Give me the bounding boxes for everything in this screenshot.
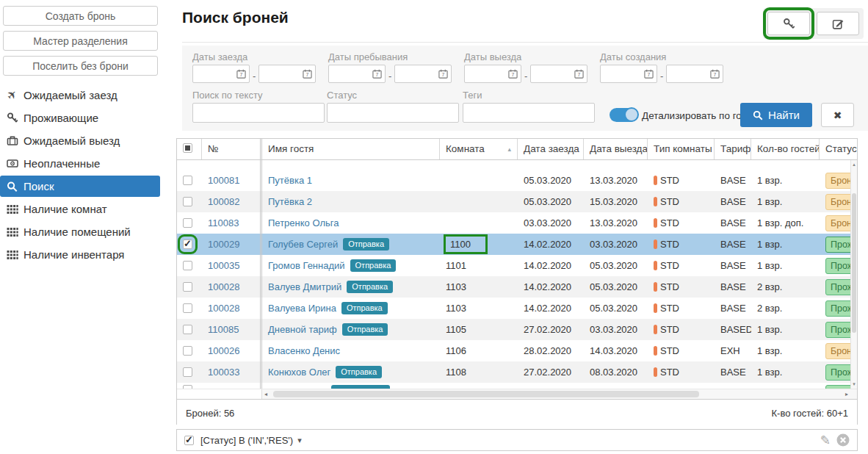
status-input[interactable] [327,103,459,123]
toolbar [763,8,864,39]
table-row-partial [177,383,857,389]
table-row[interactable]: 100026 Власенко Денис 1106 28.02.2020 14… [177,340,857,361]
sidebar-item-residents[interactable]: Проживающие [0,107,160,129]
arrival-cell: 14.02.2020 [518,298,584,319]
column-room[interactable]: Комната▴ [440,139,518,159]
date-to-input[interactable]: 7 [666,65,723,83]
key-button[interactable] [767,12,810,35]
date-from-input[interactable]: 7 [464,65,521,83]
table-row[interactable]: 100081 Путёвка 1 05.03.2020 13.03.2020 S… [177,170,857,191]
table-row[interactable]: 100035 Громов ГеннадийОтправка 1101 14.0… [177,255,857,276]
date-from-input[interactable]: 7 [600,65,657,83]
booking-number-link[interactable]: 100028 [208,303,239,314]
sidebar-item-premises-availability[interactable]: Наличие помещений [0,221,160,242]
sidebar-item-inventory-availability[interactable]: Наличие инвентаря [0,244,160,265]
booking-number-link[interactable]: 110083 [208,217,239,228]
booking-number-link[interactable]: 100035 [208,260,239,271]
scroll-up-icon[interactable]: ▴ [851,160,857,169]
filter-tags: Теги [463,90,595,123]
row-checkbox[interactable] [183,325,192,334]
guest-name-link[interactable]: Громов Геннадий [268,260,345,271]
select-all-header[interactable] [177,139,202,159]
select-all-checkbox[interactable] [183,143,192,153]
checkin-without-booking-button[interactable]: Поселить без брони [3,56,158,76]
column-arrival-date[interactable]: Дата заезда [518,139,584,159]
column-number[interactable]: № [202,139,262,159]
row-checkbox[interactable] [183,197,192,206]
guest-name-link[interactable]: Путёвка 2 [268,196,312,207]
scroll-left-icon[interactable]: ◂ [264,389,267,399]
guest-name-link[interactable]: Путёвка 1 [268,175,312,186]
find-button[interactable]: Найти [740,103,812,127]
horizontal-scrollbar-thumb[interactable] [273,391,699,397]
column-departure-date[interactable]: Дата выезда [584,139,648,159]
guest-name-link[interactable]: Петренко Ольга [268,217,339,228]
status-filter-label[interactable]: [Статус] В ('IN','RES') [200,435,293,446]
remove-filter-icon[interactable] [836,433,850,447]
column-guest-name[interactable]: Имя гостя [262,139,440,159]
row-checkbox[interactable] [183,346,192,356]
table-row-selected[interactable]: 100029 Голубев СергейОтправка 1100 14.02… [177,234,857,255]
column-room-type[interactable]: Тип комнаты [648,139,715,159]
scroll-right-icon[interactable]: ▸ [845,389,848,399]
guest-name-link[interactable]: Власенко Денис [268,345,340,356]
table-row[interactable]: 110083 Петренко Ольга 03.03.2020 13.03.2… [177,212,857,234]
booking-number-link[interactable]: 100082 [208,196,239,207]
arrival-cell: 14.02.2020 [518,276,584,298]
date-to-input[interactable]: 7 [530,65,587,83]
booking-number-link[interactable]: 100081 [208,175,239,186]
split-master-button[interactable]: Мастер разделения [3,31,158,51]
date-from-input[interactable]: 7 [328,65,386,83]
table-row[interactable]: 100028 Валуева ИринаОтправка 1103 14.02.… [177,298,857,319]
scroll-down-icon[interactable]: ▾ [851,380,857,389]
row-checkbox[interactable] [183,367,192,377]
row-checkbox[interactable] [183,261,192,270]
guest-name-link[interactable]: Валуева Ирина [268,303,336,314]
main-panel: Поиск броней Даты заезда 7-7 Даты пребыв… [176,0,868,454]
booking-number-link[interactable]: 100026 [208,345,239,356]
pencil-icon[interactable]: ✎ [820,433,831,448]
sidebar-item-label: Ожидаемый заезд [23,89,117,101]
row-checkbox[interactable] [183,239,192,249]
sidebar-item-expected-arrival[interactable]: ✈ Ожидаемый заезд [0,84,160,106]
sidebar-item-unpaid[interactable]: Неоплаченные [0,153,160,174]
sidebar-item-expected-departure[interactable]: Ожидаемый выезд [0,130,160,151]
column-tariff[interactable]: Тариф [715,139,751,159]
row-checkbox[interactable] [183,176,192,185]
date-to-input[interactable]: 7 [258,65,316,83]
row-checkbox[interactable] [183,218,192,228]
clear-filters-button[interactable]: ✖ [821,103,854,127]
room-type-pill [654,218,657,228]
guest-name-link[interactable]: Валуев Дмитрий [268,281,341,292]
date-from-input[interactable]: 7 [192,65,250,83]
detail-by-guests-toggle[interactable] [610,108,637,122]
table-row[interactable]: 110085 Дневной тарифОтправка 1105 27.02.… [177,319,857,340]
create-booking-button[interactable]: Создать бронь [3,6,158,26]
booking-number-link[interactable]: 110085 [208,324,239,335]
vertical-scrollbar-thumb[interactable] [852,193,856,333]
search-icon [753,110,763,120]
sidebar-item-search[interactable]: Поиск [0,176,160,197]
text-search-input[interactable] [192,103,325,123]
horizontal-scrollbar[interactable]: ◂ ▸ [262,389,857,399]
table-row[interactable]: 100082 Путёвка 2 05.03.2020 15.03.2020 S… [177,191,857,212]
caret-down-icon[interactable]: ▾ [297,436,302,445]
column-status[interactable]: Статус [820,139,857,159]
row-checkbox[interactable] [183,282,192,292]
booking-number-link[interactable]: 100033 [208,367,239,378]
table-row[interactable]: 100033 Конюхов ОлегОтправка 1108 27.02.2… [177,361,857,383]
column-guest-count[interactable]: Кол-во гостей [751,139,820,159]
edit-button[interactable] [817,12,859,35]
table-row[interactable]: 100028 Валуев ДмитрийОтправка 1103 14.02… [177,276,857,298]
vertical-scrollbar[interactable]: ▴ ▾ [850,160,857,389]
booking-number-link[interactable]: 100029 [208,239,239,250]
guest-name-link[interactable]: Дневной тариф [268,324,337,335]
guest-name-link[interactable]: Конюхов Олег [268,367,330,378]
guest-name-link[interactable]: Голубев Сергей [268,239,338,250]
booking-number-link[interactable]: 100028 [208,281,239,292]
status-filter-checkbox[interactable] [184,436,194,445]
sidebar-item-room-availability[interactable]: Наличие комнат [0,198,160,220]
date-to-input[interactable]: 7 [394,65,452,83]
tags-input[interactable] [463,103,595,123]
row-checkbox[interactable] [183,303,192,313]
